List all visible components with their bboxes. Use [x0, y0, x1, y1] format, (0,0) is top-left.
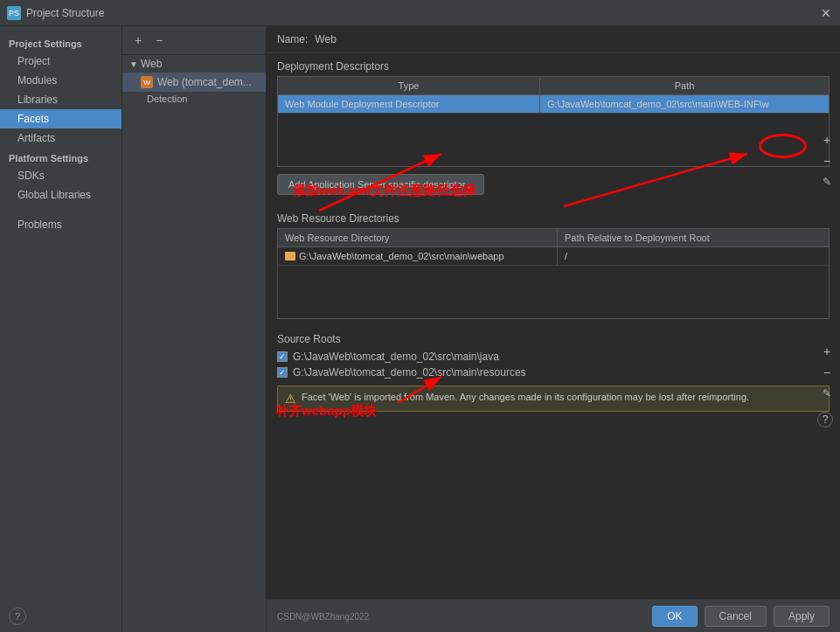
- source-root-resources-path: G:\JavaWeb\tomcat_demo_02\src\main\resou…: [293, 366, 526, 379]
- ok-button[interactable]: OK: [652, 606, 697, 627]
- type-cell: Web Module Deployment Descriptor: [278, 95, 540, 113]
- sidebar: Project Settings Project Modules Librari…: [0, 26, 122, 632]
- warning-bar: ⚠ Facet 'Web' is imported from Maven. An…: [277, 385, 830, 412]
- help-button[interactable]: ?: [9, 608, 26, 625]
- warning-text: Facet 'Web' is imported from Maven. Any …: [302, 392, 749, 402]
- sidebar-item-problems[interactable]: Problems: [0, 215, 121, 234]
- right-header: Name: Web: [267, 26, 840, 53]
- source-roots-title: Source Roots: [267, 326, 840, 349]
- apply-button[interactable]: Apply: [774, 606, 830, 627]
- content-area: Deployment Descriptors Type Path Web Mod…: [267, 53, 840, 600]
- detection-label: Detection: [122, 92, 266, 106]
- sidebar-item-libraries[interactable]: Libraries: [0, 90, 121, 109]
- source-root-java: ✓ G:\JavaWeb\tomcat_demo_02\src\main\jav…: [267, 349, 840, 365]
- tree-item-web-group[interactable]: ▼ Web: [122, 55, 266, 73]
- sidebar-item-project[interactable]: Project: [0, 52, 121, 71]
- remove-facet-button[interactable]: −: [150, 31, 168, 49]
- platform-settings-label: Platform Settings: [0, 148, 121, 166]
- web-resource-table: Web Resource Directory Path Relative to …: [277, 228, 830, 319]
- tree-module-label: Web (tomcat_dem...: [157, 76, 252, 88]
- type-column-header: Type: [278, 77, 540, 94]
- web-resource-path-header: Path Relative to Deployment Root: [558, 229, 829, 247]
- sidebar-item-artifacts[interactable]: Artifacts: [0, 128, 121, 148]
- source-roots-section: Source Roots ✓ G:\JavaWeb\tomcat_demo_02…: [267, 326, 840, 380]
- sidebar-item-facets[interactable]: Facets: [0, 109, 121, 128]
- web-resource-dir-header: Web Resource Directory: [278, 229, 558, 247]
- path-column-header: Path: [540, 77, 829, 94]
- middle-toolbar: + −: [122, 26, 266, 55]
- web-resource-row[interactable]: G:\JavaWeb\tomcat_demo_02\src\main\webap…: [278, 247, 829, 266]
- project-settings-label: Project Settings: [0, 33, 121, 52]
- edit-web-resource-button[interactable]: ✎: [817, 384, 837, 403]
- watermark: CSDN@WBZhang2022: [277, 612, 369, 622]
- path-cell: G:\JavaWeb\tomcat_demo_02\src\main\WEB-I…: [540, 95, 829, 113]
- edit-descriptor-button[interactable]: ✎: [817, 172, 837, 191]
- right-panel: Name: Web Deployment Descriptors Type Pa…: [267, 26, 840, 632]
- remove-descriptor-button[interactable]: −: [817, 151, 837, 170]
- tree-item-web-module[interactable]: W Web (tomcat_dem...: [122, 73, 266, 92]
- table-row[interactable]: Web Module Deployment Descriptor G:\Java…: [278, 95, 829, 114]
- title-bar-text: Project Structure: [26, 7, 819, 19]
- app-icon: PS: [7, 6, 21, 20]
- cancel-button[interactable]: Cancel: [705, 606, 767, 627]
- warning-icon: ⚠: [285, 392, 296, 406]
- web-resource-path-cell: /: [558, 247, 829, 265]
- web-module-icon: W: [140, 75, 154, 89]
- source-root-resources: ✓ G:\JavaWeb\tomcat_demo_02\src\main\res…: [267, 365, 840, 380]
- title-bar-controls: ✕: [819, 6, 833, 20]
- title-bar: PS Project Structure ✕: [0, 0, 840, 26]
- check-icon: ✓: [279, 352, 286, 361]
- add-facet-button[interactable]: +: [129, 31, 147, 49]
- web-resource-toolbar: + − ✎ ?: [817, 342, 837, 427]
- web-resource-section: Web Resource Directories Web Resource Di…: [267, 205, 840, 319]
- sidebar-item-modules[interactable]: Modules: [0, 71, 121, 90]
- sidebar-bottom: ?: [0, 601, 121, 632]
- web-resource-directories-title: Web Resource Directories: [267, 205, 840, 228]
- deployment-descriptors-table: Type Path Web Module Deployment Descript…: [277, 76, 830, 167]
- tree-group-label: Web: [141, 58, 162, 70]
- add-server-button[interactable]: Add Application Server specific descript…: [277, 174, 484, 195]
- sidebar-item-sdks[interactable]: SDKs: [0, 166, 121, 185]
- remove-web-resource-button[interactable]: −: [817, 363, 837, 382]
- source-root-resources-checkbox[interactable]: ✓: [277, 367, 288, 378]
- close-button[interactable]: ✕: [819, 6, 833, 20]
- add-descriptor-button[interactable]: +: [817, 130, 837, 149]
- web-resource-dir-cell: G:\JavaWeb\tomcat_demo_02\src\main\webap…: [278, 247, 558, 265]
- web-resource-header: Web Resource Directory Path Relative to …: [278, 229, 829, 247]
- name-value: Web: [315, 33, 336, 45]
- name-label: Name:: [277, 33, 308, 45]
- middle-panel: + − ▼ Web W Web (tomcat_dem... Detection: [122, 26, 267, 632]
- source-root-java-path: G:\JavaWeb\tomcat_demo_02\src\main\java: [293, 351, 499, 363]
- bottom-bar: CSDN@WBZhang2022 OK Cancel Apply: [267, 600, 840, 632]
- sidebar-item-global-libraries[interactable]: Global Libraries: [0, 185, 121, 205]
- expand-arrow-icon: ▼: [129, 59, 138, 69]
- table-header: Type Path: [278, 77, 829, 95]
- deployment-descriptors-title: Deployment Descriptors: [267, 53, 840, 76]
- source-root-java-checkbox[interactable]: ✓: [277, 351, 288, 362]
- add-web-resource-button[interactable]: +: [817, 342, 837, 361]
- help-web-resource-button[interactable]: ?: [817, 412, 833, 427]
- check-icon-2: ✓: [279, 368, 286, 377]
- table-toolbar: + − ✎: [817, 130, 837, 191]
- folder-icon: [285, 252, 295, 260]
